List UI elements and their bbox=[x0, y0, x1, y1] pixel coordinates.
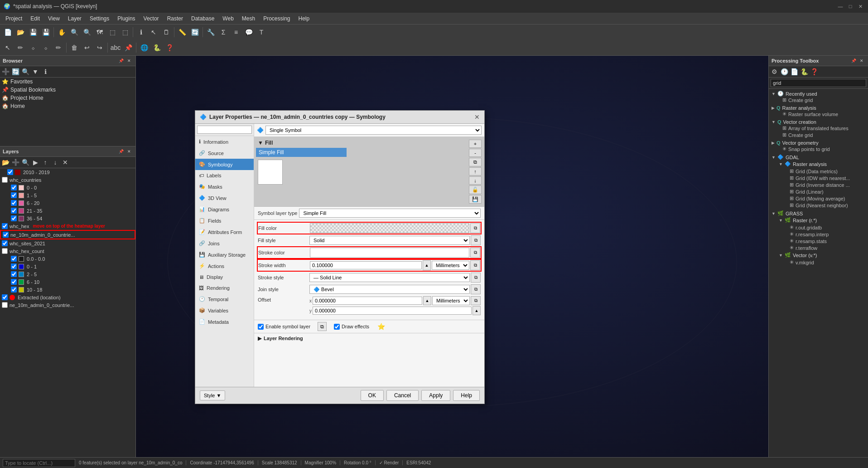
tb-zoom-all[interactable]: 🗺 bbox=[94, 26, 106, 38]
tb2-globe[interactable]: 🌐 bbox=[138, 42, 150, 54]
layer-check-10-18[interactable] bbox=[11, 287, 17, 292]
tb2-label[interactable]: abc bbox=[110, 42, 121, 54]
nav-item-display[interactable]: 🖥 Display bbox=[195, 272, 254, 283]
tb2-select[interactable]: ↖ bbox=[2, 42, 14, 54]
layer-item-ne10m-2[interactable]: ne_10m_admin_0_countrie... bbox=[0, 301, 135, 309]
browser-collapse[interactable]: ▼ bbox=[31, 67, 40, 76]
tb-select[interactable]: ↖ bbox=[148, 26, 159, 38]
sym-remove-btn[interactable]: - bbox=[469, 149, 482, 157]
layer-check-ne10m[interactable] bbox=[3, 232, 9, 238]
nav-item-fields[interactable]: 📋 Fields bbox=[195, 215, 254, 226]
proc-item-v-mkgrid[interactable]: ✳ v.mkgrid bbox=[777, 259, 865, 266]
layers-expand[interactable]: ▶ bbox=[31, 158, 40, 167]
proc-gdal-raster-header[interactable]: ▼ 🔷 Raster analysis bbox=[777, 160, 865, 168]
join-style-select[interactable]: 🔷 Bevel bbox=[309, 285, 470, 294]
fill-style-select[interactable]: Solid bbox=[309, 236, 470, 245]
maximize-btn[interactable]: □ bbox=[846, 2, 854, 10]
nav-item-joins[interactable]: 🔗 Joins bbox=[195, 238, 254, 249]
layer-check-whc[interactable] bbox=[2, 177, 8, 183]
proc-close[interactable]: ✕ bbox=[858, 57, 865, 64]
proc-grass-vector-header[interactable]: ▼ 🌿 Vector (v.*) bbox=[777, 251, 865, 259]
fill-color-copy-btn[interactable]: ⧉ bbox=[470, 223, 480, 233]
draw-effects-checkbox[interactable] bbox=[334, 324, 340, 330]
layer-check-ne10m-2[interactable] bbox=[2, 302, 8, 308]
browser-close[interactable]: ✕ bbox=[125, 57, 133, 64]
proc-settings[interactable]: ⚙ bbox=[770, 67, 779, 76]
nav-item-auxiliary[interactable]: 💾 Auxiliary Storage bbox=[195, 249, 254, 260]
sym-save-btn[interactable]: 💾 bbox=[469, 195, 482, 204]
tb-zoom-sel[interactable]: ⬚ bbox=[106, 26, 118, 38]
sym-up-btn[interactable]: ↑ bbox=[469, 167, 482, 176]
menu-view[interactable]: View bbox=[44, 15, 63, 23]
tb2-vertex[interactable]: ⬦ bbox=[40, 42, 52, 54]
menu-raster[interactable]: Raster bbox=[164, 15, 187, 23]
proc-item-grid-linear[interactable]: ⊞ Grid (Linear) bbox=[777, 188, 865, 195]
layer-check-whc-hex-count[interactable] bbox=[2, 248, 8, 254]
layer-item-2010[interactable]: 2010 - 2019 bbox=[0, 168, 135, 176]
browser-info[interactable]: ℹ bbox=[41, 67, 50, 76]
tb-more-2[interactable]: Σ bbox=[217, 26, 229, 38]
tb2-node[interactable]: ⬦ bbox=[27, 42, 39, 54]
proc-item-r-interp[interactable]: ✳ r.resamp.interp bbox=[777, 231, 865, 238]
nav-item-metadata[interactable]: 📄 Metadata bbox=[195, 316, 254, 327]
offset-y-spin[interactable]: ▲ bbox=[473, 306, 481, 315]
browser-item-project-home[interactable]: 🏠 Project Home bbox=[0, 94, 135, 102]
layer-item-0-0[interactable]: 0 - 0 bbox=[0, 184, 135, 191]
enable-symbol-checkbox[interactable] bbox=[258, 324, 264, 330]
nav-item-attributes-form[interactable]: 📝 Attributes Form bbox=[195, 226, 254, 238]
stroke-width-spin-up[interactable]: ▲ bbox=[423, 260, 431, 270]
layer-check-0-0[interactable] bbox=[11, 185, 17, 190]
sym-dup-btn[interactable]: ⧉ bbox=[469, 158, 482, 166]
locate-input[interactable] bbox=[3, 459, 75, 467]
offset-unit-select[interactable]: Millimeters bbox=[432, 296, 470, 305]
layer-rendering-header[interactable]: ▶ Layer Rendering bbox=[258, 335, 481, 341]
tb-more-3[interactable]: ≡ bbox=[230, 26, 242, 38]
nav-item-information[interactable]: ℹ Information bbox=[195, 136, 254, 147]
draw-effects-star-btn[interactable]: ⭐ bbox=[376, 322, 386, 331]
browser-item-home[interactable]: 🏠 Home bbox=[0, 102, 135, 110]
help-button[interactable]: Help bbox=[453, 390, 480, 401]
layer-item-2-5[interactable]: 2 - 5 bbox=[0, 270, 135, 278]
cancel-button[interactable]: Cancel bbox=[386, 390, 419, 401]
proc-item-r-terraflow[interactable]: ✳ r.terraflow bbox=[777, 244, 865, 251]
proc-item-grid-data-metrics[interactable]: ⊞ Grid (Data metrics) bbox=[777, 168, 865, 175]
tb-measure[interactable]: 📏 bbox=[176, 26, 188, 38]
tb-identify[interactable]: ℹ bbox=[135, 26, 147, 38]
tb-attr-table[interactable]: 🗒 bbox=[160, 26, 172, 38]
tb-new[interactable]: 📄 bbox=[2, 26, 14, 38]
ok-button[interactable]: OK bbox=[361, 390, 384, 401]
proc-group-vector-creation-header[interactable]: ▼ Q Vector creation bbox=[772, 119, 865, 125]
symbol-type-select[interactable]: Single Symbol bbox=[265, 126, 482, 135]
browser-refresh[interactable]: 🔄 bbox=[11, 67, 20, 76]
layer-item-0-1[interactable]: 0 - 1 bbox=[0, 263, 135, 270]
proc-item-grid-inverse[interactable]: ⊞ Grid (Inverse distance ... bbox=[777, 181, 865, 188]
layers-filter[interactable]: 🔍 bbox=[21, 158, 30, 167]
layer-item-whc-hex[interactable]: whc_hex move on top of the heatmap layer bbox=[0, 222, 135, 230]
proc-group-grass-header[interactable]: ▼ 🌿 GRASS bbox=[772, 210, 865, 216]
proc-group-gdal-header[interactable]: ▼ 🔷 GDAL bbox=[772, 154, 865, 160]
tb2-pin[interactable]: 📌 bbox=[122, 42, 134, 54]
layers-open[interactable]: 📂 bbox=[1, 158, 10, 167]
sym-lock-btn[interactable]: 🔓 bbox=[469, 185, 482, 194]
layer-check-whc-sites[interactable] bbox=[2, 240, 8, 246]
proc-help[interactable]: ❓ bbox=[810, 67, 819, 76]
tb-more-1[interactable]: 🔧 bbox=[205, 26, 217, 38]
menu-mesh[interactable]: Mesh bbox=[238, 15, 259, 23]
layer-check-2-5[interactable] bbox=[11, 271, 17, 277]
tb-save[interactable]: 💾 bbox=[27, 26, 39, 38]
layer-item-whc-countries[interactable]: whc_countries bbox=[0, 176, 135, 184]
browser-item-favorites[interactable]: ⭐ Favorites bbox=[0, 78, 135, 86]
layer-item-whc-hex-count[interactable]: whc_hex_count bbox=[0, 247, 135, 255]
layer-item-ne10m[interactable]: ne_10m_admin_0_countrie... bbox=[0, 230, 135, 239]
proc-history[interactable]: 🕐 bbox=[780, 67, 789, 76]
browser-filter[interactable]: 🔍 bbox=[21, 67, 30, 76]
stroke-width-input[interactable] bbox=[310, 261, 422, 269]
proc-item-create-grid-vc[interactable]: ⊞ Create grid bbox=[772, 132, 865, 138]
nav-item-labels[interactable]: 🏷 Labels bbox=[195, 170, 254, 181]
layers-close[interactable]: ✕ bbox=[125, 148, 133, 155]
tb-zoom-layer[interactable]: ⬚ bbox=[119, 26, 131, 38]
browser-pin[interactable]: 📌 bbox=[117, 57, 125, 64]
proc-item-grid-idw[interactable]: ⊞ Grid (IDW with nearest... bbox=[777, 175, 865, 181]
proc-pin[interactable]: 📌 bbox=[850, 57, 857, 64]
tb-more-4[interactable]: 💬 bbox=[243, 26, 255, 38]
